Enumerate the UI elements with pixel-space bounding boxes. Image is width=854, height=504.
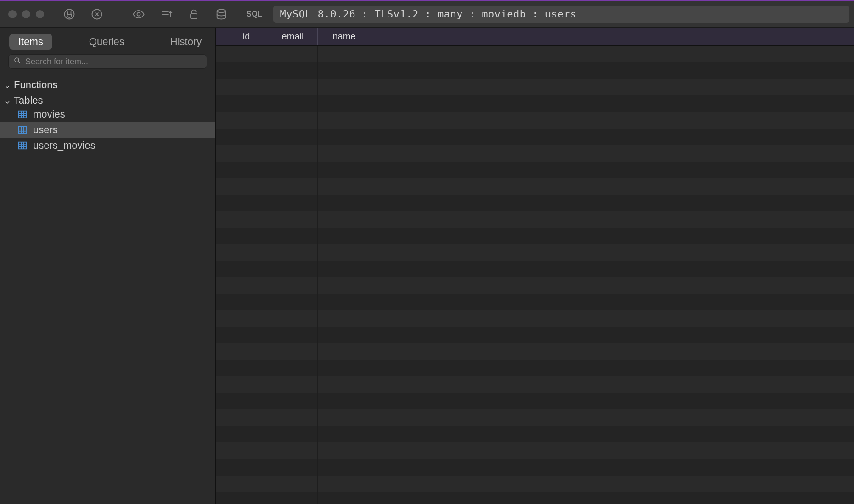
tab-queries[interactable]: Queries bbox=[80, 34, 134, 50]
cell[interactable] bbox=[225, 294, 268, 310]
cell[interactable] bbox=[318, 162, 371, 178]
cell[interactable] bbox=[268, 162, 318, 178]
cell[interactable] bbox=[318, 211, 371, 228]
cell[interactable] bbox=[225, 343, 268, 360]
cell[interactable] bbox=[268, 310, 318, 327]
cell[interactable] bbox=[268, 244, 318, 261]
cell[interactable] bbox=[268, 426, 318, 442]
cell[interactable] bbox=[225, 145, 268, 162]
cell[interactable] bbox=[216, 294, 225, 310]
cell[interactable] bbox=[225, 393, 268, 409]
cell[interactable] bbox=[318, 244, 371, 261]
cell[interactable] bbox=[318, 112, 371, 129]
cell[interactable] bbox=[318, 327, 371, 343]
cell[interactable] bbox=[318, 409, 371, 426]
cell[interactable] bbox=[268, 459, 318, 476]
table-row[interactable] bbox=[216, 129, 854, 145]
cell[interactable] bbox=[318, 294, 371, 310]
cell[interactable] bbox=[318, 62, 371, 79]
cell[interactable] bbox=[268, 376, 318, 393]
cell[interactable] bbox=[216, 129, 225, 145]
column-header-name[interactable]: name bbox=[318, 28, 371, 45]
table-row[interactable] bbox=[216, 343, 854, 360]
cell[interactable] bbox=[216, 459, 225, 476]
cell[interactable] bbox=[318, 360, 371, 376]
cell[interactable] bbox=[268, 46, 318, 62]
cell[interactable] bbox=[318, 46, 371, 62]
cell[interactable] bbox=[216, 62, 225, 79]
table-row[interactable] bbox=[216, 228, 854, 244]
cell[interactable] bbox=[225, 360, 268, 376]
sql-label[interactable]: SQL bbox=[247, 10, 262, 18]
table-row[interactable] bbox=[216, 492, 854, 504]
cell[interactable] bbox=[225, 95, 268, 112]
search-input[interactable] bbox=[25, 57, 202, 67]
cell[interactable] bbox=[268, 129, 318, 145]
cell[interactable] bbox=[318, 393, 371, 409]
cell[interactable] bbox=[216, 244, 225, 261]
table-row[interactable] bbox=[216, 360, 854, 376]
cell[interactable] bbox=[225, 129, 268, 145]
group-tables[interactable]: Tables bbox=[0, 95, 215, 106]
cell[interactable] bbox=[225, 409, 268, 426]
table-item-users_movies[interactable]: users_movies bbox=[0, 138, 215, 153]
cell[interactable] bbox=[318, 228, 371, 244]
cell[interactable] bbox=[318, 459, 371, 476]
cell[interactable] bbox=[216, 310, 225, 327]
cell[interactable] bbox=[225, 376, 268, 393]
cell[interactable] bbox=[225, 46, 268, 62]
table-row[interactable] bbox=[216, 327, 854, 343]
cell[interactable] bbox=[268, 211, 318, 228]
cell[interactable] bbox=[318, 343, 371, 360]
close-dot[interactable] bbox=[8, 10, 17, 18]
cell[interactable] bbox=[225, 426, 268, 442]
cell[interactable] bbox=[225, 327, 268, 343]
table-row[interactable] bbox=[216, 195, 854, 211]
table-row[interactable] bbox=[216, 310, 854, 327]
table-row[interactable] bbox=[216, 261, 854, 277]
table-row[interactable] bbox=[216, 294, 854, 310]
cell[interactable] bbox=[216, 95, 225, 112]
table-row[interactable] bbox=[216, 442, 854, 459]
cell[interactable] bbox=[225, 459, 268, 476]
search-input-wrap[interactable] bbox=[8, 54, 207, 69]
cell[interactable] bbox=[216, 343, 225, 360]
table-row[interactable] bbox=[216, 244, 854, 261]
connection-string[interactable]: MySQL 8.0.26 : TLSv1.2 : many : moviedb … bbox=[273, 6, 849, 23]
cell[interactable] bbox=[268, 343, 318, 360]
table-row[interactable] bbox=[216, 459, 854, 476]
table-row[interactable] bbox=[216, 112, 854, 129]
cell[interactable] bbox=[216, 46, 225, 62]
cell[interactable] bbox=[225, 162, 268, 178]
lines-up-icon[interactable] bbox=[159, 7, 173, 21]
cell[interactable] bbox=[225, 492, 268, 504]
cell[interactable] bbox=[216, 476, 225, 492]
table-row[interactable] bbox=[216, 178, 854, 195]
cell[interactable] bbox=[268, 112, 318, 129]
table-row[interactable] bbox=[216, 79, 854, 95]
table-row[interactable] bbox=[216, 62, 854, 79]
table-row[interactable] bbox=[216, 211, 854, 228]
cell[interactable] bbox=[318, 426, 371, 442]
cell[interactable] bbox=[225, 228, 268, 244]
table-row[interactable] bbox=[216, 95, 854, 112]
cell[interactable] bbox=[225, 442, 268, 459]
cell[interactable] bbox=[268, 195, 318, 211]
cell[interactable] bbox=[216, 178, 225, 195]
cell[interactable] bbox=[216, 261, 225, 277]
cell[interactable] bbox=[216, 195, 225, 211]
cell[interactable] bbox=[268, 327, 318, 343]
cell[interactable] bbox=[318, 442, 371, 459]
cell[interactable] bbox=[268, 277, 318, 294]
table-row[interactable] bbox=[216, 476, 854, 492]
cell[interactable] bbox=[225, 62, 268, 79]
cell[interactable] bbox=[318, 178, 371, 195]
column-header-id[interactable]: id bbox=[225, 28, 268, 45]
cell[interactable] bbox=[268, 476, 318, 492]
table-row[interactable] bbox=[216, 277, 854, 294]
cell[interactable] bbox=[225, 261, 268, 277]
cell[interactable] bbox=[318, 129, 371, 145]
table-item-users[interactable]: users bbox=[0, 122, 215, 138]
cell[interactable] bbox=[216, 211, 225, 228]
lock-icon[interactable] bbox=[187, 7, 201, 21]
